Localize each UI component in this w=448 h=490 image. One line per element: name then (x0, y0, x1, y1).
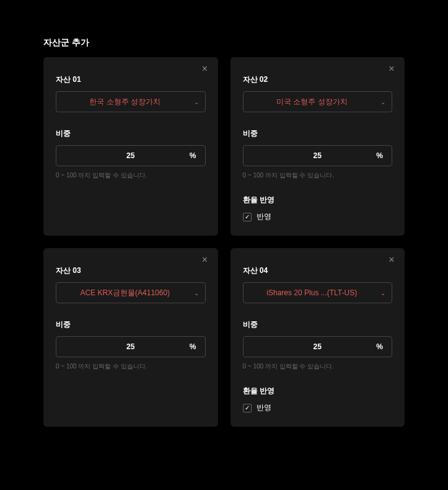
fx-label: 환율 반영 (243, 195, 393, 205)
weight-unit: % (190, 151, 196, 160)
close-icon[interactable]: × (386, 63, 397, 74)
fx-checkbox-row: ✓ 반영 (243, 212, 393, 222)
asset-cards-grid: × 자산 01 한국 소형주 성장가치 ⌄ 비중 % 0 ~ 100 까지 입력… (43, 57, 405, 427)
asset-card-3: × 자산 03 ACE KRX금현물(A411060) ⌄ 비중 % 0 ~ 1… (43, 248, 218, 427)
chevron-down-icon: ⌄ (194, 99, 199, 105)
asset-title: 자산 04 (243, 265, 393, 276)
asset-select[interactable]: iShares 20 Plus ...(TLT-US) ⌄ (243, 282, 393, 303)
asset-select-value: iShares 20 Plus ...(TLT-US) (266, 288, 357, 297)
weight-label: 비중 (243, 319, 393, 330)
asset-select-value: 미국 소형주 성장가치 (276, 97, 348, 107)
weight-field[interactable]: % (243, 145, 393, 166)
asset-select[interactable]: ACE KRX금현물(A411060) ⌄ (56, 282, 206, 303)
chevron-down-icon: ⌄ (380, 290, 385, 296)
close-icon[interactable]: × (200, 63, 211, 74)
asset-select-value: 한국 소형주 성장가치 (89, 97, 160, 107)
weight-unit: % (190, 342, 196, 351)
weight-label: 비중 (56, 319, 206, 330)
chevron-down-icon: ⌄ (380, 99, 385, 105)
weight-helper: 0 ~ 100 까지 입력할 수 있습니다. (243, 171, 393, 180)
weight-unit: % (376, 151, 383, 160)
weight-label: 비중 (56, 128, 206, 139)
weight-helper: 0 ~ 100 까지 입력할 수 있습니다. (56, 362, 206, 371)
weight-input[interactable] (252, 342, 384, 351)
fx-checkbox[interactable]: ✓ (243, 404, 252, 412)
asset-card-2: × 자산 02 미국 소형주 성장가치 ⌄ 비중 % 0 ~ 100 까지 입력… (231, 57, 405, 236)
fx-checkbox-row: ✓ 반영 (243, 403, 393, 413)
asset-select-value: ACE KRX금현물(A411060) (80, 288, 170, 298)
section-title: 자산군 추가 (43, 37, 405, 48)
weight-helper: 0 ~ 100 까지 입력할 수 있습니다. (56, 171, 206, 180)
asset-select[interactable]: 한국 소형주 성장가치 ⌄ (56, 91, 206, 112)
close-icon[interactable]: × (386, 254, 397, 265)
weight-helper: 0 ~ 100 까지 입력할 수 있습니다. (243, 362, 393, 371)
weight-input[interactable] (65, 151, 196, 160)
asset-card-1: × 자산 01 한국 소형주 성장가치 ⌄ 비중 % 0 ~ 100 까지 입력… (43, 57, 218, 236)
fx-checkbox-label: 반영 (257, 403, 271, 413)
weight-field[interactable]: % (243, 336, 393, 357)
fx-checkbox-label: 반영 (257, 212, 271, 222)
weight-field[interactable]: % (56, 336, 206, 357)
asset-title: 자산 03 (56, 265, 206, 276)
weight-unit: % (376, 342, 383, 351)
asset-title: 자산 02 (243, 74, 393, 85)
chevron-down-icon: ⌄ (194, 290, 199, 296)
fx-checkbox[interactable]: ✓ (243, 213, 252, 221)
asset-title: 자산 01 (56, 74, 206, 85)
asset-select[interactable]: 미국 소형주 성장가치 ⌄ (243, 91, 393, 112)
weight-label: 비중 (243, 128, 393, 139)
weight-input[interactable] (252, 151, 384, 160)
asset-card-4: × 자산 04 iShares 20 Plus ...(TLT-US) ⌄ 비중… (231, 248, 405, 427)
close-icon[interactable]: × (200, 254, 211, 265)
fx-label: 환율 반영 (243, 386, 393, 396)
weight-field[interactable]: % (56, 145, 206, 166)
weight-input[interactable] (65, 342, 196, 351)
